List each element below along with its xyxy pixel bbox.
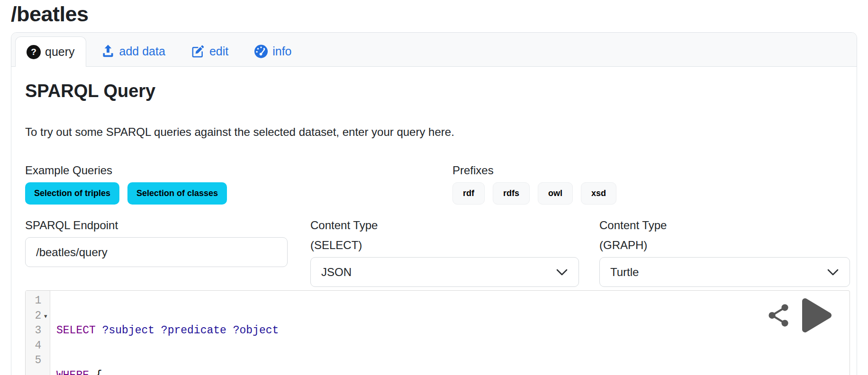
content-type-graph-sublabel: (GRAPH): [599, 235, 850, 255]
content-type-select-sublabel: (SELECT): [310, 235, 579, 255]
prefixes-label: Prefixes: [452, 161, 850, 180]
code-line: WHERE {: [56, 368, 279, 375]
chevron-down-icon: [827, 268, 839, 276]
query-page: /beatles ? query add data edit: [0, 0, 868, 375]
tab-edit[interactable]: edit: [180, 36, 239, 66]
content-type-graph-label: Content Type: [599, 215, 850, 235]
run-query-button[interactable]: [800, 297, 832, 334]
tab-bar: ? query add data edit: [11, 33, 857, 67]
sparql-endpoint-section: SPARQL Endpoint: [25, 215, 288, 287]
line-number: 1: [26, 294, 41, 309]
sparql-code-editor[interactable]: 1 2 ▾ 3 4 5: [25, 290, 850, 375]
query-description: To try out some SPARQL queries against t…: [25, 125, 850, 140]
tab-edit-label: edit: [209, 45, 228, 58]
content-type-select-dropdown[interactable]: JSON: [310, 257, 579, 287]
share-query-button[interactable]: [768, 304, 789, 327]
question-circle-icon: ?: [27, 45, 41, 59]
prefix-rdfs-button[interactable]: rdfs: [493, 182, 530, 205]
upload-icon: [101, 44, 115, 58]
selection-of-triples-button[interactable]: Selection of triples: [25, 182, 119, 205]
sparql-query-heading: SPARQL Query: [25, 80, 850, 102]
sparql-endpoint-input[interactable]: [25, 237, 288, 267]
dataset-panel: ? query add data edit: [11, 32, 857, 375]
content-type-select-value: JSON: [321, 266, 352, 279]
fold-marker[interactable]: ▾: [41, 309, 50, 324]
content-type-graph-value: Turtle: [610, 266, 639, 279]
editor-actions: [768, 297, 832, 333]
code-area[interactable]: SELECT ?subject ?predicate ?object WHERE…: [50, 291, 279, 375]
query-tab-content: SPARQL Query To try out some SPARQL quer…: [11, 67, 857, 375]
sparql-endpoint-label: SPARQL Endpoint: [25, 215, 288, 235]
prefix-xsd-button[interactable]: xsd: [581, 182, 616, 205]
page-title: /beatles: [11, 2, 857, 27]
share-nodes-icon: [768, 304, 789, 327]
tab-info-label: info: [272, 45, 291, 58]
play-icon: [800, 297, 832, 334]
tachometer-icon: [254, 44, 268, 58]
line-number: 4: [26, 339, 41, 354]
chevron-down-icon: [556, 268, 568, 276]
content-type-select-section: Content Type (SELECT) JSON: [310, 215, 579, 287]
selection-of-classes-button[interactable]: Selection of classes: [127, 182, 227, 205]
prefix-rdf-button[interactable]: rdf: [452, 182, 485, 205]
editor-gutter: 1 2 ▾ 3 4 5: [26, 291, 50, 375]
example-queries-label: Example Queries: [25, 161, 452, 180]
tab-add-data-label: add data: [119, 45, 165, 58]
pen-square-icon: [191, 44, 205, 58]
content-type-graph-section: Content Type (GRAPH) Turtle: [599, 215, 850, 287]
prefixes-section: Prefixes rdf rdfs owl xsd: [452, 161, 850, 205]
content-type-select-label: Content Type: [310, 215, 579, 235]
content-type-graph-dropdown[interactable]: Turtle: [599, 257, 850, 287]
prefix-owl-button[interactable]: owl: [538, 182, 573, 205]
tab-query-label: query: [45, 45, 75, 59]
example-queries-section: Example Queries Selection of triples Sel…: [25, 161, 452, 205]
code-line: SELECT ?subject ?predicate ?object: [56, 323, 279, 339]
line-number: 5: [26, 353, 41, 368]
line-number: 3: [26, 323, 41, 339]
tab-add-data[interactable]: add data: [90, 36, 176, 66]
line-number: 2: [26, 309, 41, 324]
tab-query[interactable]: ? query: [15, 36, 86, 67]
tab-info[interactable]: info: [243, 36, 302, 66]
